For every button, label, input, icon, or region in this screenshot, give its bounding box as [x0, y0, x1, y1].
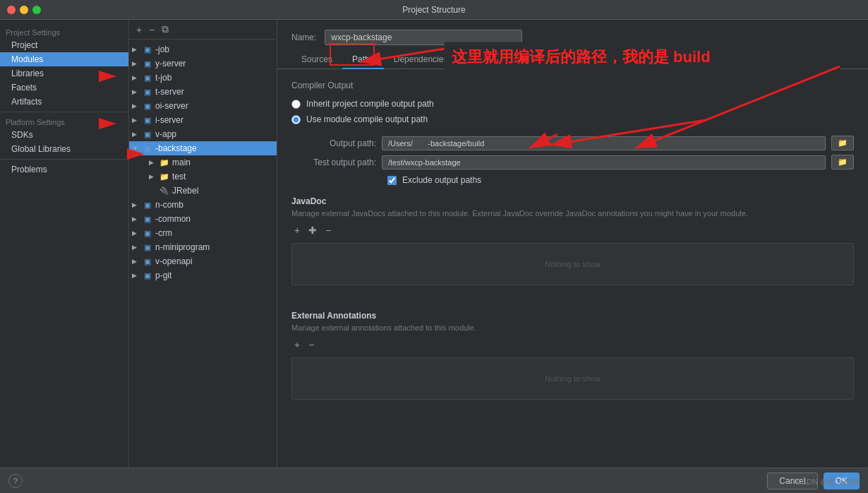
javadoc-empty-panel: Nothing to show [291, 243, 854, 285]
tree-item-test[interactable]: ▶ 📁 test [129, 170, 277, 184]
tree-copy-button[interactable]: ⧉ [160, 23, 170, 35]
javadoc-add-from-btn[interactable]: ✚ [306, 223, 320, 237]
radio-inherit-input[interactable] [291, 100, 301, 109]
module-icon: ▣ [142, 213, 153, 225]
tree-item-y-server[interactable]: ▶ ▣ y-server [129, 57, 277, 71]
name-row: Name: [277, 20, 868, 51]
javadoc-add-button[interactable]: + [291, 223, 303, 237]
sidebar-section-project: Project Settings [0, 25, 128, 38]
module-icon: ▣ [142, 143, 153, 154]
sidebar: Project Settings Project Modules Librari… [0, 20, 129, 468]
ext-ann-add-button[interactable]: + [291, 338, 303, 352]
tree-item-t-job[interactable]: ▶ ▣ t-job [129, 71, 277, 85]
expand-arrow: ▼ [132, 145, 142, 152]
folder-icon: 📁 [159, 157, 170, 168]
tree-toolbar: + − ⧉ [129, 20, 277, 40]
radio-inherit[interactable]: Inherit project compile output path [291, 99, 854, 109]
module-name-input[interactable] [325, 30, 522, 45]
minimize-button[interactable] [20, 6, 28, 14]
javadoc-title: JavaDoc [291, 196, 854, 206]
javadoc-toolbar: + ✚ − [291, 223, 854, 237]
tree-item-i-server[interactable]: ▶ ▣ i-server [129, 113, 277, 127]
tree-item-t-server[interactable]: ▶ ▣ t-server [129, 85, 277, 99]
tree-item-git[interactable]: ▶ ▣ p-git [129, 268, 277, 283]
tree-item-job[interactable]: ▶ ▣ -job [129, 42, 277, 57]
tree-item-n-comb[interactable]: ▶ ▣ n-comb [129, 198, 277, 212]
expand-arrow: ▶ [149, 173, 159, 180]
test-output-path-input[interactable] [382, 155, 826, 170]
window-title: Project Structure [402, 5, 465, 15]
tree-item-openapi[interactable]: ▶ ▣ v-openapi [129, 254, 277, 268]
external-annotations-empty-panel: Nothing to show [291, 357, 854, 400]
tree-item-main[interactable]: ▶ 📁 main [129, 155, 277, 170]
collapse-arrow: ▶ [132, 74, 142, 81]
tree-item-v-app[interactable]: ▶ ▣ v-app [129, 127, 277, 141]
tree-item-oi-server[interactable]: ▶ ▣ oi-server [129, 99, 277, 113]
collapse-arrow: ▶ [132, 244, 142, 251]
tree-item-common[interactable]: ▶ ▣ -common [129, 212, 277, 226]
maximize-button[interactable] [32, 6, 41, 14]
sidebar-item-global-libraries[interactable]: Global Libraries [0, 142, 128, 156]
module-editor: Name: Sources Paths Dependencies Compile… [277, 20, 868, 468]
close-button[interactable] [7, 6, 16, 14]
sidebar-divider [0, 112, 128, 112]
paths-content: Compiler Output Inherit project compile … [277, 69, 868, 468]
tab-sources[interactable]: Sources [291, 51, 342, 69]
collapse-arrow: ▶ [132, 215, 142, 222]
watermark: CSDN @爱Ta的猫 [796, 477, 860, 487]
compiler-output-title: Compiler Output [291, 81, 854, 90]
module-icon: ▣ [142, 114, 153, 126]
radio-module-input[interactable] [291, 115, 301, 124]
test-output-path-label: Test output path: [291, 158, 376, 167]
tab-dependencies[interactable]: Dependencies [384, 51, 458, 69]
tabs-row: Sources Paths Dependencies [277, 51, 868, 69]
module-icon: ▣ [142, 129, 153, 140]
exclude-output-checkbox[interactable] [387, 176, 397, 185]
test-output-path-browse-button[interactable]: 📁 [831, 155, 854, 170]
window-controls[interactable] [7, 6, 41, 14]
tree-item-backstage[interactable]: ▼ ▣ -backstage [129, 141, 277, 155]
collapse-arrow: ▶ [132, 230, 142, 237]
external-annotations-toolbar: + − [291, 338, 854, 352]
sidebar-item-problems[interactable]: Problems [0, 162, 128, 177]
collapse-arrow: ▶ [132, 272, 142, 279]
sidebar-item-sdks[interactable]: SDKs [0, 128, 128, 142]
collapse-arrow: ▶ [132, 131, 142, 138]
output-path-browse-button[interactable]: 📁 [831, 136, 854, 150]
tree-item-jrebel[interactable]: 🔌 JRebel [129, 184, 277, 198]
sidebar-item-facets[interactable]: Facets [0, 81, 128, 95]
titlebar: Project Structure [0, 0, 868, 20]
help-button[interactable]: ? [8, 474, 23, 488]
sidebar-item-libraries[interactable]: Libraries [0, 66, 128, 81]
javadoc-remove-button[interactable]: − [323, 223, 334, 237]
sidebar-item-modules[interactable]: Modules [0, 52, 128, 66]
tree-add-button[interactable]: + [135, 24, 143, 35]
sidebar-divider2 [0, 159, 128, 160]
sidebar-item-artifacts[interactable]: Artifacts [0, 95, 128, 109]
module-icon: ▣ [142, 86, 153, 97]
module-icon: ▣ [142, 256, 153, 267]
tree-item-miniprogram[interactable]: ▶ ▣ n-miniprogram [129, 240, 277, 254]
collapse-arrow: ▶ [132, 88, 142, 95]
folder-icon: 📁 [159, 171, 170, 182]
radio-use-module[interactable]: Use module compile output path [291, 114, 854, 124]
collapse-arrow: ▶ [132, 117, 142, 124]
collapse-arrow: ▶ [132, 258, 142, 265]
ext-ann-remove-button[interactable]: − [306, 338, 317, 352]
expand-arrow: ▶ [149, 159, 159, 166]
module-icon: ▣ [142, 72, 153, 83]
exclude-output-row: Exclude output paths [291, 175, 854, 185]
compiler-output-options: Inherit project compile output path Use … [291, 99, 854, 124]
module-icon: ▣ [142, 227, 153, 239]
tree-item-crm[interactable]: ▶ ▣ -crm [129, 226, 277, 240]
output-path-input[interactable] [382, 136, 826, 150]
module-icon: ▣ [142, 242, 153, 253]
module-icon: ▣ [142, 58, 153, 69]
tree-remove-button[interactable]: − [147, 24, 156, 35]
sidebar-item-project[interactable]: Project [0, 38, 128, 52]
sidebar-section-platform: Platform Settings [0, 115, 128, 128]
bottom-bar: ? Cancel OK [0, 468, 868, 493]
module-icon: ▣ [142, 199, 153, 210]
tab-paths[interactable]: Paths [342, 51, 384, 69]
module-icon: ▣ [142, 270, 153, 281]
